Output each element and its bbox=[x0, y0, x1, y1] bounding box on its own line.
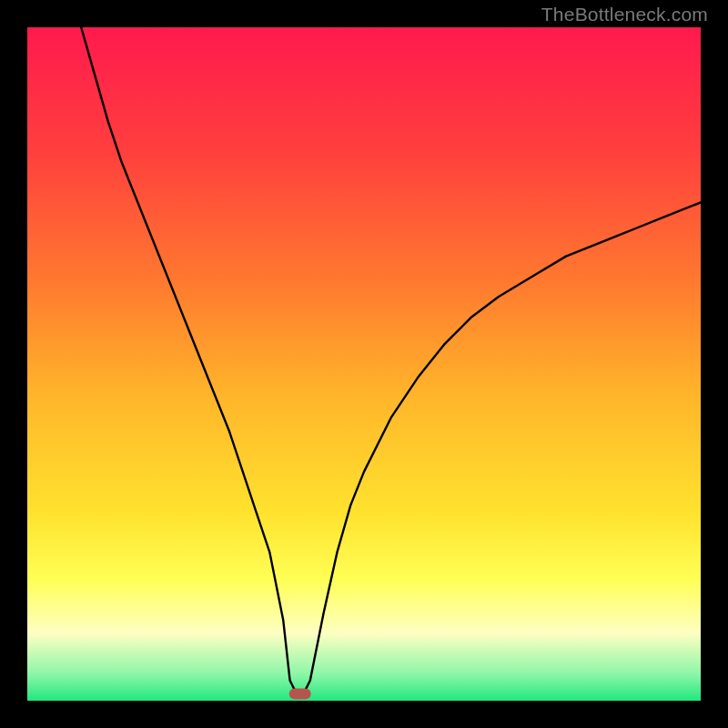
watermark-text: TheBottleneck.com bbox=[541, 4, 708, 25]
heatmap-background bbox=[27, 27, 701, 701]
optimum-marker bbox=[289, 689, 311, 700]
chart-frame: TheBottleneck.com bbox=[0, 0, 728, 728]
chart-plot bbox=[27, 27, 701, 701]
